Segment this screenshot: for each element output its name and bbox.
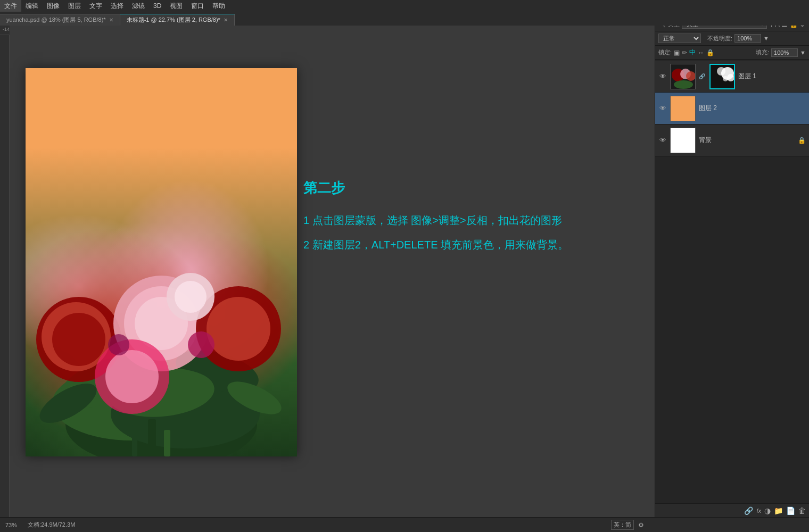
menu-image[interactable]: 图像 [43, 0, 64, 12]
svg-point-34 [723, 76, 728, 81]
layer-1-thumb [670, 64, 696, 89]
status-right: 英：简 ⚙ [611, 520, 644, 530]
panel-bottom-toolbar: 🔗 fx ◑ 📁 📄 🗑 [655, 503, 809, 517]
layer-1-mask-thumb [709, 64, 735, 89]
menu-window[interactable]: 窗口 [187, 0, 208, 12]
zoom-level: 73% [5, 522, 17, 528]
blend-mode-select[interactable]: 正常 [658, 34, 701, 43]
instruction-area: 第二步 1 点击图层蒙版，选择 图像>调整>反相，扣出花的图形 2 新建图层2，… [303, 176, 649, 258]
lock-transparent-icon[interactable]: ▣ [674, 49, 680, 56]
doc-size: 文档:24.9M/72.3M [28, 521, 75, 529]
layer-1-thumb-svg [671, 64, 696, 89]
layer-2-name: 图层 2 [699, 104, 806, 113]
menu-view[interactable]: 视图 [166, 0, 187, 12]
layer-item-2[interactable]: 👁 图层 2 [655, 93, 809, 124]
delete-layer-icon[interactable]: 🗑 [798, 506, 806, 515]
tab-bar: yuancha.psd @ 18% (图层 5, RGB/8)* ✕ 未标题-1… [0, 12, 809, 26]
instruction-line-2: 2 新建图层2，ALT+DELETE 填充前景色，用来做背景。 [303, 236, 649, 254]
svg-point-15 [175, 281, 207, 313]
menu-bar: 文件 编辑 图像 图层 文字 选择 滤镜 3D 视图 窗口 帮助 [0, 0, 809, 12]
lock-image-icon[interactable]: ✏ [682, 49, 687, 56]
opacity-input[interactable] [734, 34, 761, 43]
layer-1-name: 图层 1 [738, 72, 806, 81]
menu-help[interactable]: 帮助 [208, 0, 229, 12]
svg-point-17 [105, 350, 159, 403]
layer-2-visibility[interactable]: 👁 [658, 104, 667, 113]
bg-visibility[interactable]: 👁 [658, 136, 667, 145]
menu-edit[interactable]: 编辑 [21, 0, 43, 12]
status-bar: 73% 文档:24.9M/72.3M 英：简 ⚙ [0, 517, 809, 532]
fill-label: 填充: [756, 48, 769, 56]
svg-point-18 [188, 331, 214, 358]
svg-rect-23 [164, 430, 170, 456]
close-tab-1[interactable]: ✕ [109, 17, 113, 23]
link-icon[interactable]: 🔗 [744, 506, 753, 515]
bg-thumb [670, 128, 696, 153]
tab-yuancha[interactable]: yuancha.psd @ 18% (图层 5, RGB/8)* ✕ [0, 14, 120, 26]
new-layer-icon[interactable]: 📄 [786, 506, 795, 515]
svg-point-33 [727, 74, 734, 81]
ruler-left [0, 35, 10, 517]
layers-list: 👁 🔗 [655, 60, 809, 157]
layers-panel: 图层 通道 路径 历史记录 🔍 类型 类型 名称 效果 T A ☰ 🔒 ⚙ 正常… [655, 0, 809, 532]
menu-select[interactable]: 选择 [106, 0, 128, 12]
bg-name: 背景 [699, 136, 795, 145]
layer-1-visibility[interactable]: 👁 [658, 72, 667, 81]
layer-chain-icon: 🔗 [699, 73, 705, 79]
flower-svg [26, 148, 297, 456]
new-group-icon[interactable]: 📁 [774, 506, 783, 515]
svg-point-29 [674, 80, 693, 89]
document-canvas [26, 68, 297, 456]
close-tab-2[interactable]: ✕ [224, 17, 228, 23]
lock-artboard-icon[interactable]: ↔ [698, 49, 704, 56]
svg-point-32 [717, 67, 725, 76]
tab-untitled[interactable]: 未标题-1 @ 22.7% (图层 2, RGB/8)* ✕ [120, 14, 235, 26]
svg-point-19 [108, 334, 129, 355]
lock-position-icon[interactable]: 中 [689, 48, 696, 57]
lang-indicator[interactable]: 英：简 [611, 520, 634, 530]
layer-item-background[interactable]: 👁 背景 🔒 [655, 124, 809, 156]
layer-1-mask-svg [711, 65, 735, 89]
layer-mode-row: 正常 不透明度: ▼ [655, 31, 809, 46]
bg-lock-icon: 🔒 [798, 137, 806, 144]
instruction-line-1: 1 点击图层蒙版，选择 图像>调整>反相，扣出花的图形 [303, 211, 649, 229]
adjustment-icon[interactable]: ◑ [764, 506, 771, 515]
fx-icon[interactable]: fx [756, 508, 761, 514]
menu-text[interactable]: 文字 [85, 0, 106, 12]
svg-point-28 [686, 71, 696, 81]
lock-all-icon[interactable]: 🔒 [706, 49, 714, 56]
menu-layer[interactable]: 图层 [64, 0, 85, 12]
menu-filter[interactable]: 滤镜 [128, 0, 149, 12]
canvas-area[interactable] [10, 26, 655, 517]
svg-rect-24 [132, 425, 137, 456]
layer-item-1[interactable]: 👁 🔗 [655, 61, 809, 93]
fill-input[interactable] [771, 48, 798, 57]
layer-2-thumb [670, 96, 696, 121]
settings-icon[interactable]: ⚙ [638, 521, 644, 529]
lock-label: 锁定: [658, 48, 672, 56]
opacity-label: 不透明度: [707, 35, 732, 43]
lock-row: 锁定: ▣ ✏ 中 ↔ 🔒 填充: ▼ [655, 46, 809, 60]
svg-point-13 [207, 297, 270, 361]
svg-point-8 [52, 313, 105, 366]
svg-rect-22 [148, 419, 156, 456]
menu-file[interactable]: 文件 [0, 0, 21, 12]
menu-3d[interactable]: 3D [149, 0, 166, 12]
instruction-title: 第二步 [303, 176, 649, 201]
flower-image [26, 148, 297, 456]
